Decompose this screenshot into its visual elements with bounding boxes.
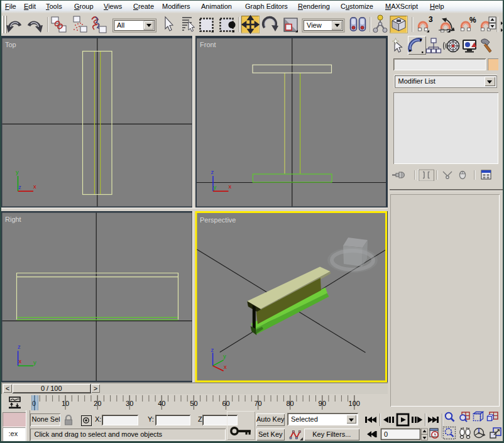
svg-text:40: 40 [158, 400, 165, 407]
svg-text:Top: Top [5, 41, 16, 48]
svg-text:Perspective: Perspective [200, 216, 236, 224]
svg-text:30: 30 [126, 400, 133, 407]
svg-text:View: View [307, 21, 322, 29]
svg-text:y: y [33, 359, 36, 366]
svg-text:z: z [211, 168, 214, 175]
svg-text:z: z [211, 346, 214, 353]
svg-text:90: 90 [319, 400, 326, 407]
svg-text:x: x [19, 358, 22, 364]
svg-text:x: x [33, 183, 36, 190]
svg-text:100: 100 [349, 400, 360, 407]
svg-text:70: 70 [254, 400, 261, 407]
svg-text:y: y [223, 353, 226, 359]
svg-text:Right: Right [5, 216, 21, 223]
svg-text:x: x [224, 363, 227, 370]
svg-text:z: z [18, 183, 21, 190]
svg-text:y: y [16, 168, 19, 175]
svg-text:Front: Front [200, 41, 216, 48]
svg-text:20: 20 [94, 400, 101, 407]
svg-text:50: 50 [190, 400, 197, 407]
svg-text:60: 60 [222, 400, 229, 407]
svg-text:0: 0 [384, 430, 388, 438]
svg-text:x: x [229, 183, 232, 190]
svg-text:y: y [214, 183, 217, 190]
svg-text:z: z [18, 343, 21, 350]
svg-text:%: % [469, 16, 476, 25]
svg-text:All: All [117, 21, 124, 29]
svg-text:10: 10 [62, 400, 69, 407]
svg-text:3: 3 [429, 15, 433, 24]
svg-text:80: 80 [286, 400, 293, 407]
